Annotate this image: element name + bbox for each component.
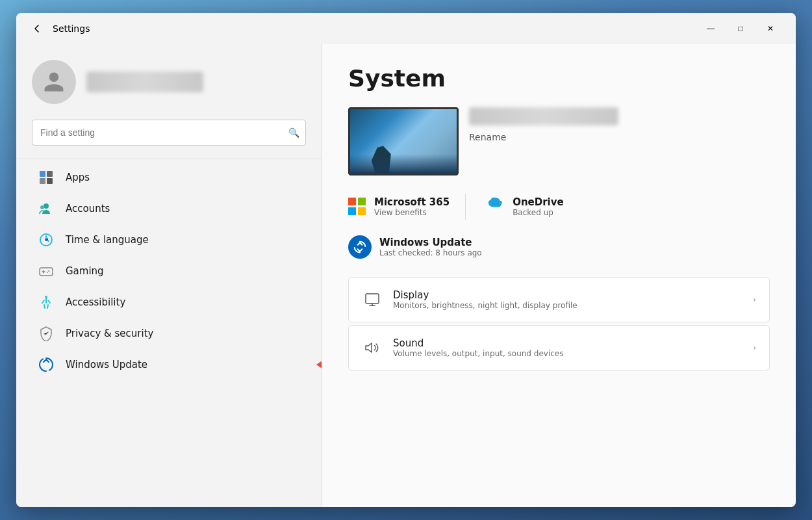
- onedrive-icon: [481, 196, 505, 218]
- display-subtitle: Monitors, brightness, night light, displ…: [393, 301, 742, 310]
- sidebar-item-label: Time & language: [66, 234, 149, 246]
- monitor-preview: [348, 107, 459, 176]
- sidebar-item-label: Accessibility: [66, 296, 125, 308]
- sound-title: Sound: [393, 337, 742, 349]
- svg-rect-2: [40, 178, 45, 184]
- user-section: [16, 55, 322, 120]
- svg-point-4: [44, 203, 49, 209]
- sidebar-item-windows-update[interactable]: Windows Update: [21, 349, 316, 380]
- svg-point-7: [45, 239, 47, 241]
- microsoft365-card[interactable]: Microsoft 365 View benefits: [348, 194, 450, 220]
- settings-items-list: Display Monitors, brightness, night ligh…: [348, 277, 770, 370]
- svg-point-11: [48, 270, 49, 272]
- avatar[interactable]: [32, 60, 76, 104]
- windows-update-card[interactable]: Windows Update Last checked: 8 hours ago: [348, 235, 770, 259]
- display-icon: [362, 289, 383, 310]
- onedrive-title: OneDrive: [513, 196, 564, 208]
- maximize-button[interactable]: □: [726, 18, 755, 39]
- right-panel: System Rename: [322, 44, 796, 507]
- onedrive-card[interactable]: OneDrive Backed up: [481, 194, 564, 220]
- settings-window: Settings — □ ✕ 🔍: [16, 13, 796, 507]
- rename-link[interactable]: Rename: [469, 132, 506, 142]
- sound-text: Sound Volume levels, output, input, soun…: [393, 337, 742, 358]
- accessibility-icon: [37, 293, 55, 311]
- close-button[interactable]: ✕: [755, 18, 785, 39]
- svg-rect-3: [47, 178, 53, 184]
- microsoft365-subtitle: View benefits: [374, 208, 450, 217]
- monitor-info: Rename: [469, 107, 770, 143]
- onedrive-subtitle: Backed up: [513, 208, 564, 217]
- titlebar: Settings — □ ✕: [16, 13, 796, 44]
- card-divider: [465, 194, 466, 220]
- sound-subtitle: Volume levels, output, input, sound devi…: [393, 349, 742, 358]
- person-icon: [42, 70, 66, 94]
- monitor-section: Rename: [348, 107, 770, 176]
- sidebar-item-apps[interactable]: Apps: [21, 162, 316, 193]
- chevron-right-icon: ›: [753, 343, 756, 352]
- user-name-blurred: [86, 72, 203, 92]
- window-title: Settings: [53, 23, 90, 34]
- minimize-button[interactable]: —: [696, 18, 726, 39]
- chevron-right-icon: ›: [753, 295, 756, 304]
- apps-icon: [37, 168, 55, 187]
- gaming-icon: [37, 262, 55, 280]
- sidebar-item-label: Accounts: [66, 203, 110, 214]
- sidebar-divider: [16, 159, 322, 159]
- sound-icon: [362, 337, 383, 358]
- search-input[interactable]: [32, 120, 306, 146]
- window-controls: — □ ✕: [696, 18, 785, 39]
- sidebar: 🔍 Apps: [16, 44, 322, 507]
- back-button[interactable]: [27, 18, 47, 39]
- arrow-head-icon: [316, 360, 322, 369]
- windows-update-card-icon: [348, 235, 372, 259]
- display-text: Display Monitors, brightness, night ligh…: [393, 289, 742, 310]
- time-icon: [37, 231, 55, 249]
- sidebar-nav: Apps Accounts: [16, 162, 322, 497]
- privacy-icon: [37, 324, 55, 343]
- main-content: 🔍 Apps: [16, 44, 796, 507]
- sidebar-item-label: Privacy & security: [66, 328, 153, 339]
- microsoft365-title: Microsoft 365: [374, 196, 450, 208]
- onedrive-text: OneDrive Backed up: [513, 196, 564, 217]
- svg-point-12: [47, 272, 48, 273]
- svg-rect-8: [40, 268, 53, 276]
- settings-item-sound[interactable]: Sound Volume levels, output, input, soun…: [348, 325, 770, 370]
- microsoft365-icon: [348, 198, 366, 216]
- windows-update-card-text: Windows Update Last checked: 8 hours ago: [379, 237, 482, 257]
- windows-update-icon: [37, 356, 55, 374]
- svg-rect-1: [47, 171, 53, 177]
- svg-rect-14: [366, 294, 379, 304]
- info-cards: Microsoft 365 View benefits OneDrive Bac…: [348, 194, 770, 220]
- monitor-name-blurred: [469, 107, 618, 125]
- page-title: System: [348, 65, 770, 92]
- svg-rect-0: [40, 171, 45, 177]
- microsoft365-text: Microsoft 365 View benefits: [374, 196, 450, 217]
- sidebar-item-accounts[interactable]: Accounts: [21, 193, 316, 224]
- sidebar-item-privacy-security[interactable]: Privacy & security: [21, 318, 316, 349]
- sidebar-item-time-language[interactable]: Time & language: [21, 224, 316, 255]
- sidebar-item-label: Windows Update: [66, 359, 147, 370]
- windows-update-card-title: Windows Update: [379, 237, 482, 248]
- display-title: Display: [393, 289, 742, 301]
- search-box[interactable]: 🔍: [32, 120, 306, 146]
- sidebar-item-label: Gaming: [66, 265, 104, 277]
- sidebar-item-gaming[interactable]: Gaming: [21, 255, 316, 287]
- monitor-preview-inner: [350, 109, 457, 174]
- sidebar-item-label: Apps: [66, 172, 90, 183]
- accounts-icon: [37, 200, 55, 218]
- arrow-annotation: [316, 360, 322, 369]
- sidebar-item-accessibility[interactable]: Accessibility: [21, 287, 316, 318]
- windows-update-card-subtitle: Last checked: 8 hours ago: [379, 248, 482, 257]
- settings-item-display[interactable]: Display Monitors, brightness, night ligh…: [348, 277, 770, 322]
- svg-point-5: [40, 205, 44, 209]
